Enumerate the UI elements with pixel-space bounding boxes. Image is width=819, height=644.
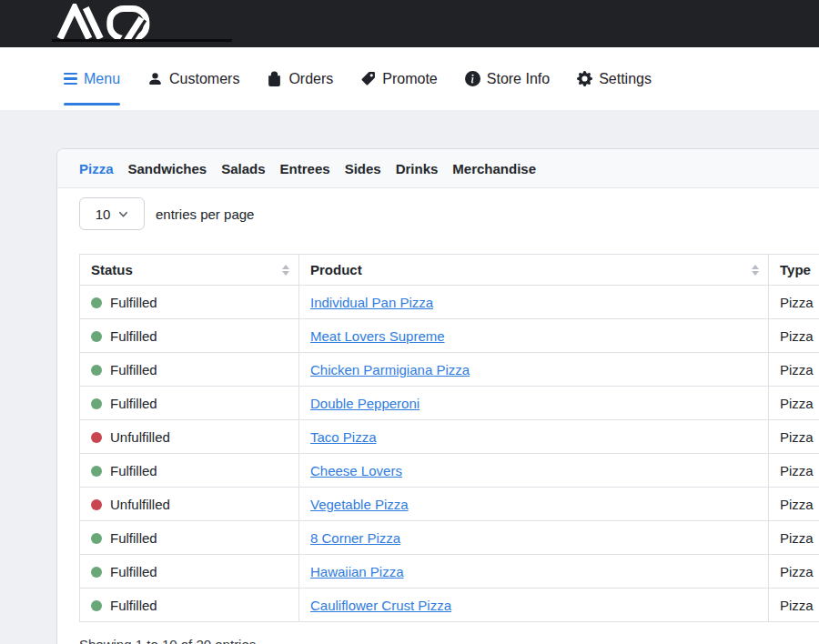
- type-cell: Pizza: [769, 353, 819, 387]
- type-cell: Pizza: [769, 319, 819, 353]
- product-link[interactable]: Taco Pizza: [310, 429, 377, 445]
- logo-underline: [52, 39, 232, 42]
- status-label: Fulfilled: [110, 463, 157, 478]
- page-size-value: 10: [96, 206, 111, 222]
- table-row: FulfilledMeat Lovers SupremePizza: [80, 319, 819, 353]
- product-cell: Double Pepperoni: [299, 387, 769, 420]
- page-size-select[interactable]: 10: [79, 197, 145, 230]
- nav-item-label: Menu: [84, 71, 120, 87]
- status-cell: Fulfilled: [80, 521, 299, 555]
- chevron-down-icon: [118, 209, 128, 219]
- status-label: Fulfilled: [110, 362, 157, 377]
- table-row: FulfilledIndividual Pan PizzaPizza: [80, 286, 819, 319]
- type-cell: Pizza: [769, 387, 819, 420]
- nav-item-menu[interactable]: Menu: [64, 47, 120, 110]
- gear-icon: [577, 71, 592, 86]
- category-tabs: PizzaSandwichesSaladsEntreesSidesDrinksM…: [57, 149, 819, 188]
- tab-merchandise[interactable]: Merchandise: [452, 161, 536, 176]
- table-row: FulfilledHawaiian PizzaPizza: [80, 555, 819, 589]
- hamburger-icon: [64, 73, 77, 86]
- tab-salads[interactable]: Salads: [221, 161, 265, 176]
- product-link[interactable]: Chicken Parmigiana Pizza: [310, 362, 470, 377]
- type-cell: Pizza: [769, 555, 819, 589]
- table-row: FulfilledDouble PepperoniPizza: [80, 387, 819, 420]
- status-cell: Fulfilled: [80, 589, 299, 622]
- column-header-product[interactable]: Product: [299, 255, 769, 286]
- status-dot: [91, 600, 102, 611]
- status-cell: Fulfilled: [80, 286, 299, 319]
- sort-icon[interactable]: [752, 265, 759, 276]
- type-cell: Pizza: [769, 286, 819, 319]
- status-cell: Fulfilled: [80, 555, 299, 589]
- product-link[interactable]: Meat Lovers Supreme: [310, 328, 445, 344]
- status-dot: [91, 466, 102, 477]
- product-cell: Meat Lovers Supreme: [299, 319, 769, 353]
- type-cell: Pizza: [769, 488, 819, 521]
- status-label: Fulfilled: [110, 530, 157, 546]
- tag-icon: [360, 71, 376, 86]
- tab-drinks[interactable]: Drinks: [396, 161, 439, 176]
- page-size-row: 10 entries per page: [79, 197, 819, 230]
- status-cell: Fulfilled: [80, 353, 299, 387]
- type-cell: Pizza: [769, 521, 819, 555]
- nav-item-label: Promote: [382, 71, 437, 87]
- nav-item-store-info[interactable]: Store Info: [465, 47, 550, 110]
- type-cell: Pizza: [769, 589, 819, 622]
- product-link[interactable]: Cheese Lovers: [310, 463, 402, 478]
- entries-per-page-label: entries per page: [156, 206, 254, 222]
- sort-icon[interactable]: [282, 265, 289, 276]
- brand-logo[interactable]: [53, 4, 162, 42]
- status-label: Fulfilled: [110, 564, 157, 579]
- table-body: FulfilledIndividual Pan PizzaPizzaFulfil…: [80, 286, 819, 622]
- nav-item-customers[interactable]: Customers: [147, 47, 239, 110]
- nav-item-orders[interactable]: Orders: [267, 47, 333, 110]
- product-cell: Hawaiian Pizza: [299, 555, 769, 589]
- product-cell: Cauliflower Crust Pizza: [299, 589, 769, 622]
- product-link[interactable]: Double Pepperoni: [310, 396, 420, 411]
- status-label: Fulfilled: [110, 396, 157, 411]
- column-header-status[interactable]: Status: [80, 255, 299, 286]
- status-dot: [91, 567, 102, 578]
- nav-item-label: Orders: [288, 71, 333, 87]
- main-nav: MenuCustomersOrdersPromoteStore InfoSett…: [0, 47, 819, 110]
- product-link[interactable]: Cauliflower Crust Pizza: [310, 598, 451, 613]
- person-icon: [147, 71, 163, 86]
- status-dot: [91, 499, 102, 510]
- status-cell: Unfulfilled: [80, 420, 299, 454]
- column-label: Type: [780, 262, 811, 277]
- status-dot: [91, 533, 102, 544]
- tab-entrees[interactable]: Entrees: [280, 161, 330, 176]
- status-cell: Fulfilled: [80, 319, 299, 353]
- tab-sandwiches[interactable]: Sandwiches: [128, 161, 207, 176]
- product-link[interactable]: Vegetable Pizza: [310, 497, 409, 512]
- status-cell: Fulfilled: [80, 387, 299, 420]
- status-cell: Fulfilled: [80, 454, 299, 488]
- status-label: Fulfilled: [110, 328, 157, 344]
- table-row: FulfilledChicken Parmigiana PizzaPizza: [80, 353, 819, 387]
- status-dot: [91, 331, 102, 342]
- status-dot: [91, 432, 102, 443]
- info-icon: [465, 71, 480, 86]
- status-dot: [91, 398, 102, 409]
- product-link[interactable]: 8 Corner Pizza: [310, 530, 400, 546]
- nav-item-promote[interactable]: Promote: [360, 47, 437, 110]
- product-link[interactable]: Individual Pan Pizza: [310, 295, 433, 310]
- status-label: Fulfilled: [110, 295, 157, 310]
- table-summary: Showing 1 to 10 of 20 entries: [79, 637, 819, 644]
- table-row: FulfilledCheese LoversPizza: [80, 454, 819, 488]
- product-link[interactable]: Hawaiian Pizza: [310, 564, 404, 579]
- nav-item-settings[interactable]: Settings: [577, 47, 652, 110]
- bag-icon: [267, 71, 282, 86]
- table-header-row: StatusProductType: [80, 255, 819, 286]
- type-cell: Pizza: [769, 420, 819, 454]
- card-body: 10 entries per page StatusProductType Fu…: [57, 188, 819, 644]
- product-cell: Vegetable Pizza: [299, 488, 769, 521]
- nav-item-label: Customers: [169, 71, 239, 87]
- status-label: Fulfilled: [110, 598, 157, 613]
- menu-card: PizzaSandwichesSaladsEntreesSidesDrinksM…: [56, 148, 819, 644]
- tab-sides[interactable]: Sides: [345, 161, 381, 176]
- column-label: Status: [91, 262, 133, 277]
- column-header-type: Type: [769, 255, 819, 286]
- status-label: Unfulfilled: [110, 429, 170, 445]
- tab-pizza[interactable]: Pizza: [79, 161, 114, 176]
